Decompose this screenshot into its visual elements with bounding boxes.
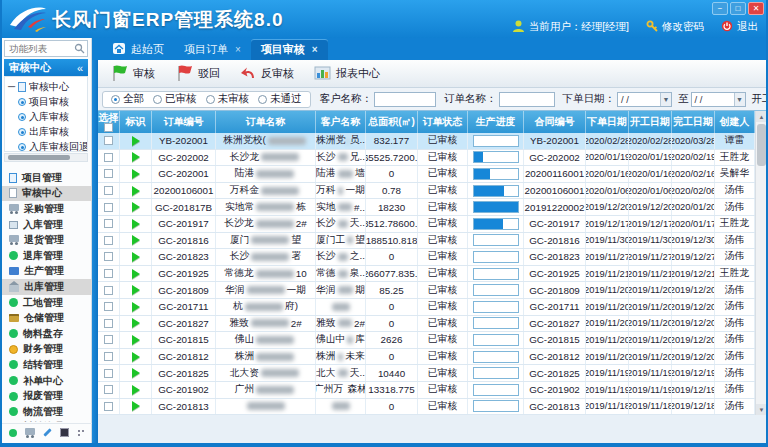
row-checkbox[interactable] [104, 385, 113, 394]
cell-contract-no: YB-202001 [524, 133, 586, 149]
table-row[interactable]: GC-201827雅致2#雅致2#0已审核GC-2018272019/11/20… [98, 316, 755, 333]
select-all-checkbox[interactable] [104, 123, 113, 132]
sidebar-item-物料盘存[interactable]: 物料盘存 [2, 326, 92, 342]
audit-button[interactable]: 审核 [104, 62, 161, 86]
row-checkbox[interactable] [104, 219, 113, 228]
sidebar-item-财务管理[interactable]: 财务管理 [2, 342, 92, 358]
table-row[interactable]: GC-201816厦门望厦门工望188510.818已审核GC-20181620… [98, 233, 755, 250]
vertical-scrollbar[interactable]: ▲ ▼ [755, 111, 766, 415]
row-checkbox[interactable] [104, 269, 113, 278]
row-checkbox[interactable] [104, 203, 113, 212]
report-center-button[interactable]: 报表中心 [308, 63, 386, 85]
more-options-icon[interactable] [77, 429, 85, 437]
maximize-button[interactable]: □ [730, 2, 746, 15]
cell-order-name: 华润一期 [216, 282, 316, 298]
scroll-down-icon[interactable]: ▼ [756, 404, 766, 415]
table-row[interactable]: GC-2018130已审核GC-2018132019/11/182019/11/… [98, 399, 755, 416]
tab-项目订单[interactable]: 项目订单× [174, 39, 251, 60]
order-date-to-input[interactable]: / / ▼ [691, 92, 746, 107]
row-checkbox[interactable] [104, 136, 113, 145]
table-row[interactable]: GC-201902广州广州万森林13318.775已审核GC-201902201… [98, 382, 755, 399]
sidebar-item-工地管理[interactable]: 工地管理 [2, 295, 92, 311]
cell-contract-no: 20191220002 [524, 199, 586, 215]
radio-已审核[interactable]: 已审核 [153, 92, 197, 106]
tree-hscroll-thumb[interactable] [8, 155, 70, 160]
table-row[interactable]: GC-201711杭府)0已审核GC-2017112019/11/202019/… [98, 299, 755, 316]
row-checkbox[interactable] [104, 186, 113, 195]
minimize-button[interactable]: − [712, 2, 728, 15]
green-dot-icon[interactable] [9, 429, 17, 437]
tree-item-出库审核[interactable]: 出库审核 [5, 124, 87, 139]
row-checkbox[interactable] [104, 352, 113, 361]
sidebar-item-退库管理[interactable]: 退库管理 [2, 248, 92, 264]
table-row[interactable]: GC-201812株洲株洲未来0已审核GC-2018122019/11/2020… [98, 349, 755, 366]
cell-finish-date: 2020/02/06 [672, 183, 715, 199]
sidebar-item-耗材管理[interactable]: 耗材管理 [2, 420, 92, 423]
row-checkbox[interactable] [104, 302, 113, 311]
row-checkbox[interactable] [104, 286, 113, 295]
tab-项目审核[interactable]: 项目审核× [251, 39, 328, 60]
cell-order-no: YB-202001 [152, 133, 216, 149]
sidebar-item-入库管理[interactable]: 入库管理 [2, 217, 92, 233]
table-row[interactable]: 20200106001万科金万科一期0.78已审核202001060012020… [98, 183, 755, 200]
collapse-icon[interactable]: « [77, 62, 83, 74]
sidebar-item-补单中心[interactable]: 补单中心 [2, 373, 92, 389]
row-checkbox[interactable] [104, 402, 113, 411]
table-row[interactable]: GC-201817B实地常栋实地#..18230已审核2019122000220… [98, 199, 755, 216]
row-checkbox[interactable] [104, 335, 113, 344]
table-row[interactable]: GC-202001陆港陆港墙0已审核202001160012020/01/162… [98, 166, 755, 183]
row-checkbox[interactable] [104, 319, 113, 328]
cell-order-status: 已审核 [418, 316, 468, 332]
scroll-up-icon[interactable]: ▲ [756, 111, 766, 122]
sidebar-item-结转管理[interactable]: 结转管理 [2, 357, 92, 373]
row-checkbox[interactable] [104, 252, 113, 261]
row-checkbox[interactable] [104, 236, 113, 245]
table-row[interactable]: GC-201925常德龙10常德泉..266077.835..已审核GC-201… [98, 266, 755, 283]
vscroll-thumb[interactable] [757, 124, 766, 166]
table-row[interactable]: GC-201823长沙署长沙之..0已审核GC-2018232019/11/27… [98, 249, 755, 266]
radio-未审核[interactable]: 未审核 [206, 92, 250, 106]
sidebar-item-项目管理[interactable]: 项目管理 [2, 170, 92, 186]
cart-icon[interactable] [25, 428, 35, 435]
reject-button[interactable]: 驳回 [169, 62, 226, 86]
tree-item-入库审核[interactable]: 入库审核 [5, 109, 87, 124]
sidebar-item-审核中心[interactable]: 审核中心 [2, 186, 92, 202]
table-row[interactable]: GC-201825北大资北大天..10440已审核GC-2018252019/1… [98, 365, 755, 382]
sidebar-item-生产管理[interactable]: 生产管理 [2, 264, 92, 280]
order-name-input[interactable] [499, 92, 555, 107]
order-date-from-input[interactable]: / / ▼ [617, 92, 672, 107]
sidebar-item-物流管理[interactable]: 物流管理 [2, 404, 92, 420]
reverse-audit-button[interactable]: 反审核 [234, 63, 300, 84]
tree-hscrollbar[interactable] [4, 153, 88, 162]
tree-root[interactable]: ─审核中心 [5, 79, 87, 94]
table-row[interactable]: GC-202002长沙龙长沙兄..65525.7200..已审核GC-20200… [98, 150, 755, 167]
row-checkbox[interactable] [104, 153, 113, 162]
close-button[interactable]: ✕ [748, 2, 764, 15]
chevron-down-icon[interactable]: ▼ [734, 93, 745, 106]
sidebar-item-仓储管理[interactable]: 仓储管理 [2, 310, 92, 326]
row-checkbox[interactable] [104, 169, 113, 178]
customer-name-input[interactable] [374, 92, 436, 107]
radio-未通过[interactable]: 未通过 [258, 92, 302, 106]
function-search-input[interactable] [7, 42, 74, 55]
table-row[interactable]: GC-201809华润一期华润期85.25已审核GC-2018092019/11… [98, 282, 755, 299]
tab-close-icon[interactable]: × [235, 44, 241, 55]
sidebar-item-退货管理[interactable]: 退货管理 [2, 232, 92, 248]
chevron-down-icon[interactable]: ▼ [660, 93, 671, 106]
radio-全部[interactable]: 全部 [111, 92, 144, 106]
table-row[interactable]: GC-201917长沙龙2#长沙天..8512.78600..已审核GC-201… [98, 216, 755, 233]
sidebar-item-报废管理[interactable]: 报废管理 [2, 388, 92, 404]
tree-item-入库审核回退[interactable]: 入库审核回退 [5, 139, 87, 152]
tab-close-icon[interactable]: × [312, 44, 318, 55]
tab-起始页[interactable]: 起始页 [102, 39, 174, 60]
sidebar-item-出库管理[interactable]: 出库管理 [2, 279, 92, 295]
book-icon[interactable] [60, 428, 69, 437]
sidebar-item-采购管理[interactable]: 采购管理 [2, 201, 92, 217]
table-row[interactable]: YB-202001株洲党校(株洲党员..832.177已审核YB-2020012… [98, 133, 755, 150]
pen-icon[interactable] [43, 428, 51, 436]
row-checkbox[interactable] [104, 369, 113, 378]
table-row[interactable]: GC-201815佛山佛山中库2626已审核GC-2018152019/11/2… [98, 332, 755, 349]
tree-item-项目审核[interactable]: 项目审核 [5, 94, 87, 109]
change-password-button[interactable]: 修改密码 [646, 20, 704, 34]
logout-button[interactable]: 退出 [721, 20, 758, 34]
